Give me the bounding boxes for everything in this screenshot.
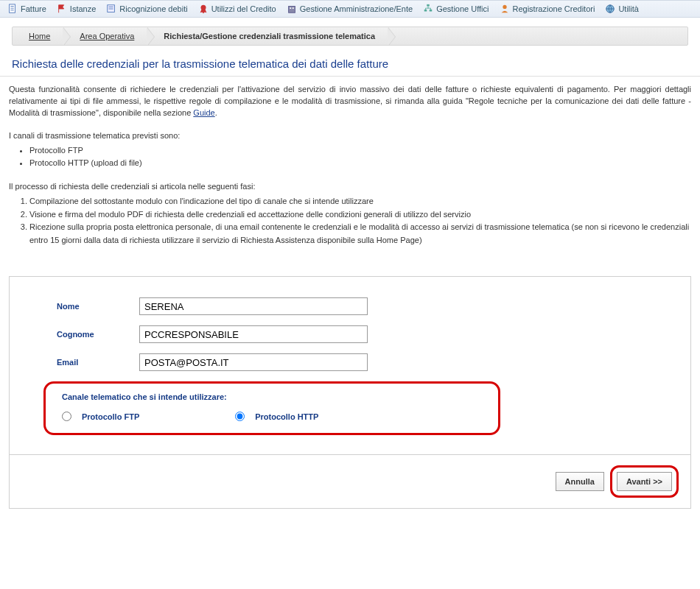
menu-ricognizione-debiti[interactable]: Ricognizione debiti (106, 4, 187, 14)
top-menu: Fatture Istanze Ricognizione debiti Util… (0, 0, 700, 18)
ribbon-icon (198, 4, 209, 14)
menu-fatture[interactable]: Fatture (7, 4, 46, 14)
desc-text: Questa funzionalità consente di richiede… (9, 85, 691, 117)
menu-istanze[interactable]: Istanze (57, 4, 96, 14)
radio-ftp-option[interactable]: Protocollo FTP (62, 412, 139, 421)
cognome-field[interactable] (139, 325, 368, 343)
guide-link[interactable]: Guide (193, 108, 214, 117)
breadcrumb-area-operativa[interactable]: Area Operativa (63, 27, 147, 45)
process-step: Visione e firma del modulo PDF di richie… (29, 208, 691, 222)
menu-registrazione-creditori[interactable]: Registrazione Creditori (500, 4, 595, 14)
globe-icon (605, 4, 615, 14)
form-footer: Annulla Avanti >> (10, 454, 690, 508)
cancel-button[interactable]: Annulla (556, 472, 604, 491)
crumb-label: Home (29, 32, 50, 40)
breadcrumb-home[interactable]: Home (13, 27, 63, 45)
email-field[interactable] (139, 353, 368, 371)
menu-label: Utilizzi del Credito (211, 4, 276, 13)
menu-label: Registrazione Creditori (513, 4, 595, 13)
breadcrumb-current: Richiesta/Gestione credenziali trasmissi… (147, 27, 388, 45)
channel-item: Protocollo FTP (29, 144, 691, 158)
menu-gestione-uffici[interactable]: Gestione Uffici (423, 4, 489, 14)
next-button[interactable]: Avanti >> (617, 472, 672, 491)
process-intro: Il processo di richiesta delle credenzia… (0, 177, 700, 194)
radio-http-label: Protocollo HTTP (255, 412, 318, 421)
menu-label: Gestione Amministrazione/Ente (300, 4, 413, 13)
menu-utilizzi-credito[interactable]: Utilizzi del Credito (198, 4, 276, 14)
nome-label: Nome (21, 302, 139, 311)
svg-rect-13 (430, 10, 433, 12)
radio-http[interactable] (235, 412, 245, 421)
next-button-highlight: Avanti >> (610, 465, 679, 498)
menu-label: Istanze (70, 4, 96, 13)
email-label: Email (21, 358, 139, 367)
radio-ftp[interactable] (62, 412, 71, 421)
process-steps: Compilazione del sottostante modulo con … (0, 194, 700, 254)
svg-rect-11 (427, 4, 430, 7)
svg-rect-10 (293, 7, 294, 9)
svg-point-7 (200, 5, 206, 10)
cognome-label: Cognome (21, 330, 139, 339)
doc-icon (7, 4, 18, 14)
process-step: Ricezione sulla propria posta elettronic… (29, 221, 691, 247)
divider (0, 76, 700, 77)
user-icon (500, 4, 510, 14)
channels-intro: I canali di trasmissione telematica prev… (0, 127, 700, 143)
channel-title: Canale telematico che si intende utilizz… (57, 392, 486, 401)
breadcrumb: Home Area Operativa Richiesta/Gestione c… (12, 27, 688, 46)
building-icon (287, 4, 297, 14)
menu-label: Utilità (618, 4, 639, 13)
process-step: Compilazione del sottostante modulo con … (29, 195, 691, 208)
menu-utilita[interactable]: Utilità (605, 4, 639, 14)
org-icon (423, 4, 433, 14)
flag-icon (57, 4, 67, 14)
menu-label: Fatture (21, 4, 46, 13)
svg-point-14 (503, 5, 506, 9)
radio-ftp-label: Protocollo FTP (82, 412, 139, 421)
nome-field[interactable] (139, 297, 368, 315)
menu-label: Ricognizione debiti (119, 4, 187, 13)
channel-choice-highlight: Canale telematico che si intende utilizz… (43, 381, 500, 435)
page-title: Richiesta delle credenziali per la trasm… (0, 49, 700, 76)
page-description: Questa funzionalità consente di richiede… (0, 84, 700, 127)
menu-label: Gestione Uffici (436, 4, 489, 13)
svg-rect-8 (288, 7, 295, 13)
channel-item: Protocollo HTTP (upload di file) (29, 157, 691, 170)
channels-list: Protocollo FTP Protocollo HTTP (upload d… (0, 143, 700, 177)
credentials-form: Nome Cognome Email Canale telematico che… (9, 276, 691, 509)
page-icon (106, 4, 116, 14)
svg-rect-12 (424, 10, 427, 12)
crumb-label: Richiesta/Gestione credenziali trasmissi… (164, 32, 375, 40)
svg-rect-9 (290, 7, 291, 9)
menu-gestione-amministrazione[interactable]: Gestione Amministrazione/Ente (287, 4, 413, 14)
radio-http-option[interactable]: Protocollo HTTP (235, 412, 318, 421)
crumb-label: Area Operativa (80, 32, 134, 40)
